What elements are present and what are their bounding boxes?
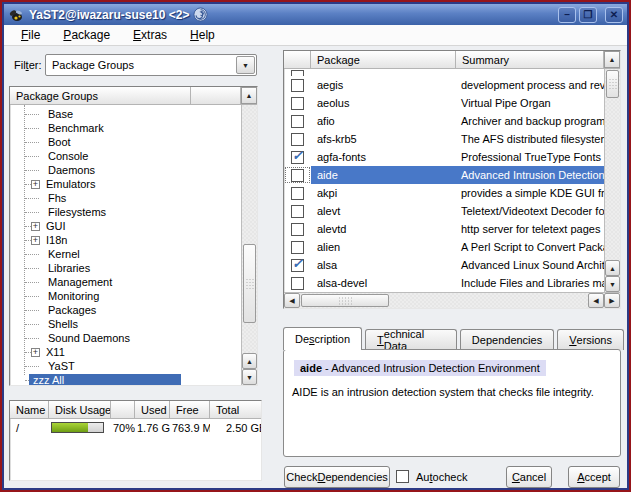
tree-item[interactable]: + GUI — [10, 219, 241, 233]
tree-scrollbar-track[interactable] — [242, 105, 257, 353]
accept-button[interactable]: Accept — [568, 466, 620, 488]
window-title: YaST2@iwazaru-suse10 <2> — [29, 8, 189, 22]
package-row[interactable]: ✓ aeolus Virtual Pipe Organ — [284, 94, 604, 112]
package-checkbox[interactable]: ✓ — [291, 79, 304, 92]
check-dependencies-button[interactable]: Check Dependencies — [284, 466, 390, 488]
tree-item[interactable]: + Benchmark — [10, 121, 241, 135]
package-header-summary[interactable]: Summary — [456, 51, 604, 68]
package-header-checkbox-col[interactable] — [284, 51, 311, 68]
filter-combobox[interactable]: Package Groups ▼ — [45, 54, 257, 76]
package-name: alsa-devel — [311, 274, 456, 292]
menu-extras[interactable]: Extras — [124, 26, 176, 44]
tree-item[interactable]: + Kernel — [10, 247, 241, 261]
package-checkbox[interactable]: ✓ — [291, 70, 304, 76]
package-scrollbar-track[interactable] — [605, 69, 620, 260]
menu-help[interactable]: Help — [181, 26, 224, 44]
package-checkbox-cell: ✓ — [284, 256, 311, 274]
package-row[interactable]: ✓ alevtd http server for teletext pages — [284, 220, 604, 238]
tree-item[interactable]: + Management — [10, 275, 241, 289]
tab-description[interactable]: Description — [283, 327, 362, 350]
tree-item[interactable]: + Shells — [10, 317, 241, 331]
tree-item[interactable]: + Filesystems — [10, 205, 241, 219]
package-row[interactable]: ✓ afio Archiver and backup program with … — [284, 112, 604, 130]
package-scroll-up-icon[interactable]: ▲ — [604, 51, 620, 68]
tab-technical-data[interactable]: Technical Data — [365, 329, 457, 350]
package-row[interactable]: ✓ alsa-devel Include Files and Libraries… — [284, 274, 604, 292]
tree-item[interactable]: + Base — [10, 107, 241, 121]
tree-item[interactable]: + Packages — [10, 303, 241, 317]
package-row[interactable]: ✓ aegis development process and revision… — [284, 76, 604, 94]
package-checkbox[interactable]: ✓ — [291, 187, 304, 200]
package-summary: Include Files and Libraries mandatory — [456, 274, 604, 292]
tree-scroll-up-icon[interactable]: ▲ — [241, 87, 257, 104]
tree-item[interactable]: + Console — [10, 149, 241, 163]
package-checkbox[interactable]: ✓ — [291, 151, 304, 164]
package-vertical-scrollbar[interactable]: ▲ ▼ — [604, 69, 620, 292]
package-scroll-right-icon[interactable]: ▶ — [604, 293, 620, 308]
package-row[interactable]: ✓ akpi provides a simple KDE GUI fronten… — [284, 184, 604, 202]
package-scrollbar-thumb[interactable] — [606, 70, 619, 98]
combobox-dropdown-icon[interactable]: ▼ — [236, 56, 255, 74]
tree-item[interactable]: + Sound Daemons — [10, 331, 241, 345]
package-row[interactable]: ✓ alien A Perl Script to Convert Package… — [284, 238, 604, 256]
package-checkbox[interactable]: ✓ — [291, 97, 304, 110]
tree-header-empty[interactable] — [191, 87, 241, 104]
titlebar[interactable]: YaST2@iwazaru-suse10 <2> – ❐ ✕ — [4, 4, 627, 25]
tree-header-package-groups[interactable]: Package Groups — [10, 87, 191, 104]
package-checkbox[interactable]: ✓ — [291, 115, 304, 128]
autocheck-checkbox[interactable]: ✓ — [396, 470, 409, 483]
menu-package[interactable]: Package — [54, 26, 119, 44]
expand-plus-icon[interactable]: + — [31, 222, 40, 231]
tree-item[interactable]: + zzz All — [10, 373, 241, 385]
menu-file[interactable]: File — [12, 26, 49, 44]
package-scroll-up2-icon[interactable]: ▲ — [605, 260, 620, 276]
package-hscroll-thumb[interactable] — [301, 294, 389, 307]
package-row[interactable]: ✓ alevt Teletext/Videotext Decoder for t… — [284, 202, 604, 220]
package-scroll-left-icon[interactable]: ◀ — [284, 293, 300, 308]
package-header-package[interactable]: Package — [311, 51, 456, 68]
tree-scrollbar-thumb[interactable] — [243, 244, 256, 323]
tree-item[interactable]: + Fhs — [10, 191, 241, 205]
package-checkbox[interactable]: ✓ — [291, 205, 304, 218]
tree-item[interactable]: + YaST — [10, 359, 241, 373]
expand-plus-icon[interactable]: + — [31, 236, 40, 245]
tree-item[interactable]: + Boot — [10, 135, 241, 149]
tree-item-label: GUI — [46, 220, 66, 232]
package-checkbox[interactable]: ✓ — [291, 277, 304, 290]
tab-dependencies[interactable]: Dependencies — [460, 329, 554, 350]
package-checkbox[interactable]: ✓ — [291, 133, 304, 146]
package-row[interactable]: ✓ alsa Advanced Linux Sound Architecture — [284, 256, 604, 274]
package-checkbox[interactable]: ✓ — [291, 169, 304, 182]
package-checkbox[interactable]: ✓ — [291, 259, 304, 272]
close-button[interactable]: ✕ — [605, 7, 623, 23]
autocheck-control[interactable]: ✓ Autocheck — [396, 470, 467, 483]
minimize-button[interactable]: – — [558, 7, 576, 23]
package-summary: Archiver and backup program with buil — [456, 112, 604, 130]
expand-plus-icon[interactable]: + — [31, 180, 40, 189]
tree-item[interactable]: + Emulators — [10, 177, 241, 191]
expand-plus-icon[interactable]: + — [31, 348, 40, 357]
maximize-button[interactable]: ❐ — [579, 7, 597, 23]
tree-scroll-up2-icon[interactable]: ▲ — [242, 353, 257, 369]
package-hscroll-track[interactable] — [300, 293, 588, 308]
tree-item[interactable]: + X11 — [10, 345, 241, 359]
tree-item[interactable]: + Monitoring — [10, 289, 241, 303]
package-scroll-left2-icon[interactable]: ◀ — [588, 293, 604, 308]
tree-scroll-down-icon[interactable]: ▼ — [242, 369, 257, 385]
package-summary: The AFS distributed filesystem - Kerb — [456, 130, 604, 148]
package-name: alevt — [311, 202, 456, 220]
package-checkbox[interactable]: ✓ — [291, 241, 304, 254]
package-row[interactable]: ✓ aide Advanced Intrusion Detection Envi… — [284, 166, 604, 184]
cancel-button[interactable]: Cancel — [506, 466, 552, 488]
package-row[interactable]: ✓ afs-krb5 The AFS distributed filesyste… — [284, 130, 604, 148]
tree-item[interactable]: + Daemons — [10, 163, 241, 177]
tab-versions[interactable]: Versions — [557, 329, 624, 350]
tree-item[interactable]: + I18n — [10, 233, 241, 247]
package-checkbox[interactable]: ✓ — [291, 223, 304, 236]
package-horizontal-scrollbar[interactable]: ◀ ◀ ▶ — [284, 292, 620, 308]
tree-vertical-scrollbar[interactable]: ▲ ▼ — [241, 105, 257, 385]
tree-item[interactable]: + Libraries — [10, 261, 241, 275]
package-row[interactable]: ✓ agfa-fonts Professional TrueType Fonts — [284, 148, 604, 166]
package-scroll-down-icon[interactable]: ▼ — [605, 276, 620, 292]
package-row[interactable]: ✓ — [284, 69, 604, 76]
